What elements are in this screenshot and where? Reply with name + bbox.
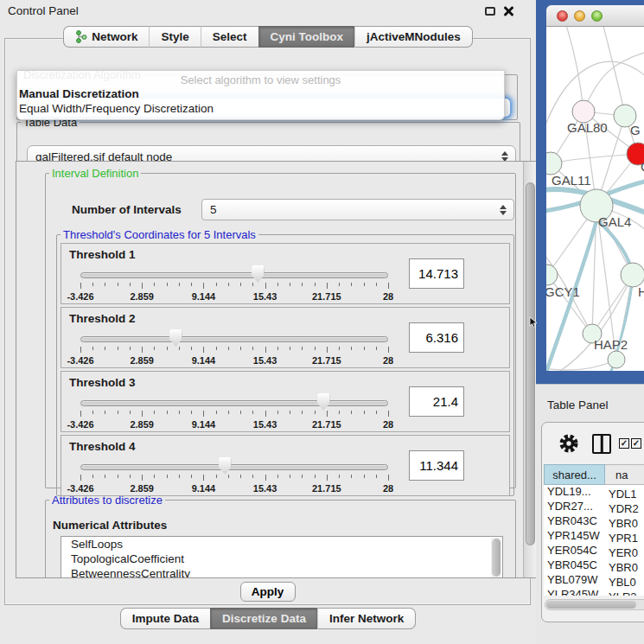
split-columns-icon[interactable]: [592, 434, 611, 454]
attribute-item-selfloops[interactable]: SelfLoops: [61, 537, 502, 552]
table-row[interactable]: YDR27...YDR2: [544, 500, 644, 514]
node-label: GAL80: [567, 120, 608, 135]
numerical-attributes-list[interactable]: SelfLoopsTopologicalCoefficientBetweenne…: [61, 536, 503, 578]
cell-name: YPR1: [603, 532, 638, 545]
cell-name: YDL1: [603, 488, 637, 501]
cell-shared: YER054C: [544, 544, 603, 557]
slider-thumb[interactable]: [252, 265, 265, 283]
tab-infer-network[interactable]: Infer Network: [317, 608, 416, 629]
checkbox-icon[interactable]: ✓: [619, 438, 629, 449]
tab-select[interactable]: Select: [201, 26, 258, 48]
slider-thumb[interactable]: [169, 329, 182, 347]
threshold-value-input[interactable]: [409, 322, 464, 353]
number-of-intervals-select[interactable]: 5: [201, 199, 514, 220]
stepper-arrows-icon: [500, 205, 507, 215]
tab-discretize-data[interactable]: Discretize Data: [210, 608, 317, 629]
cell-shared: YDR27...: [544, 500, 603, 513]
gear-icon[interactable]: [558, 433, 579, 454]
node-label: G: [630, 123, 641, 137]
network-node[interactable]: [608, 351, 625, 368]
bottom-tab-bar: Impute DataDiscretize DataInfer Network: [0, 608, 536, 629]
tab-label: Infer Network: [329, 612, 404, 625]
cyni-toolbox-panel: Discretization Algorithm Table Data galF…: [4, 38, 531, 605]
network-node-gcy1[interactable]: [546, 265, 558, 285]
table-row[interactable]: YBR043CYBR0: [544, 514, 644, 529]
tab-jactivemnodules[interactable]: jActiveMNodules: [354, 26, 473, 48]
network-edge: [565, 27, 583, 112]
algorithm-option-manual-discretization[interactable]: Manual Discretization: [17, 86, 504, 101]
slider-tick-labels: -3.4262.8599.14415.4321.71528: [80, 355, 388, 367]
cell-name: YBR0: [603, 517, 638, 530]
threshold-value-input[interactable]: [409, 258, 464, 289]
slider-thumb[interactable]: [317, 393, 330, 411]
attributes-scrollbar[interactable]: [491, 538, 501, 578]
tab-impute-data[interactable]: Impute Data: [120, 608, 210, 629]
thresholds-group: Threshold's Coordinates for 5 Intervals …: [56, 228, 514, 496]
horizontal-scrollbar[interactable]: [545, 599, 644, 610]
slider-tick-labels: -3.4262.8599.14415.4321.71528: [80, 291, 388, 303]
algorithm-option-equal-width-frequency-discretization[interactable]: Equal Width/Frequency Discretization: [17, 101, 504, 116]
scrollbar-thumb[interactable]: [546, 601, 636, 609]
table-row[interactable]: YER054CYER0: [544, 544, 644, 558]
network-edge: [603, 27, 625, 116]
table-row[interactable]: YBR045CYBR0: [544, 558, 644, 573]
cell-shared: YBL079W: [544, 573, 603, 586]
close-traffic-light-icon[interactable]: [557, 10, 568, 22]
control-panel: Control Panel NetworkStyleSelectCyni Too…: [0, 0, 536, 644]
slider-thumb[interactable]: [219, 457, 232, 475]
network-node-h[interactable]: [621, 263, 644, 287]
cell-name: YBR0: [603, 561, 638, 574]
table-row[interactable]: YLR345WYLR3: [544, 588, 644, 596]
cell-shared: YPR145W: [544, 529, 603, 542]
cell-name: YER0: [603, 546, 638, 559]
cell-name: YLR3: [603, 590, 637, 596]
table-data-group: Table Data galFiltered.sif default node: [16, 116, 520, 163]
checkbox-icon[interactable]: ✓: [631, 438, 641, 449]
float-window-icon[interactable]: [485, 7, 495, 16]
network-canvas[interactable]: GAL80GCGAL11GAL4GCY1HHAP2: [546, 27, 644, 371]
algorithm-dropdown-popup: Select algorithm to view settings Manual…: [16, 70, 505, 120]
scrollbar-thumb[interactable]: [526, 182, 535, 545]
tab-label: jActiveMNodules: [367, 30, 461, 43]
table-panel: Table Panel ✓ ✓ shared... na YDL19...YDL…: [536, 384, 644, 644]
threshold-slider[interactable]: -3.4262.8599.14415.4321.71528: [80, 328, 388, 368]
network-edge: [546, 360, 616, 370]
zoom-traffic-light-icon[interactable]: [591, 10, 603, 22]
thresholds-legend: Threshold's Coordinates for 5 Intervals: [61, 228, 258, 241]
node-label: C: [641, 159, 644, 174]
cell-shared: YBR043C: [544, 514, 603, 527]
threshold-value-input[interactable]: [409, 450, 464, 481]
threshold-slider[interactable]: -3.4262.8599.14415.4321.71528: [80, 456, 388, 496]
tab-label: Select: [213, 30, 247, 43]
column-header-name[interactable]: na: [605, 464, 644, 485]
threshold-value-input[interactable]: [409, 386, 464, 417]
network-view-window: GAL80GCGAL11GAL4GCY1HHAP2: [536, 0, 644, 384]
interval-definition-legend: Interval Definition: [49, 167, 141, 180]
table-row[interactable]: YBL079WYBL0: [544, 573, 644, 588]
apply-button[interactable]: Apply: [240, 582, 296, 602]
node-label: H: [638, 284, 644, 299]
settings-scrollpane: Interval Definition Number of Intervals …: [16, 161, 538, 578]
threshold-slider[interactable]: -3.4262.8599.14415.4321.71528: [80, 265, 388, 304]
threshold-list: Threshold 1-3.4262.8599.14415.4321.71528…: [57, 243, 513, 496]
close-icon[interactable]: [503, 6, 513, 16]
column-header-shared[interactable]: shared...: [544, 464, 605, 485]
window-title: Control Panel: [8, 4, 79, 17]
cell-name: YBL0: [603, 576, 636, 589]
threshold-slider[interactable]: -3.4262.8599.14415.4321.71528: [80, 392, 388, 432]
table-row[interactable]: YPR145WYPR1: [544, 529, 644, 544]
number-of-intervals-label: Number of Intervals: [72, 203, 182, 216]
algorithm-popup-hint: Select algorithm to view settings: [17, 71, 504, 86]
tab-cyni-toolbox[interactable]: Cyni Toolbox: [258, 26, 355, 48]
tab-network[interactable]: Network: [63, 26, 149, 48]
tab-style[interactable]: Style: [149, 26, 200, 48]
minimize-traffic-light-icon[interactable]: [574, 10, 585, 22]
table-row[interactable]: YDL19...YDL1: [544, 485, 644, 500]
vertical-scrollbar[interactable]: [523, 162, 537, 577]
network-window-titlebar[interactable]: [546, 5, 644, 27]
node-label: GCY1: [546, 284, 580, 299]
attribute-item-topologicalcoefficient[interactable]: TopologicalCoefficient: [61, 552, 502, 566]
table-rows: YDL19...YDL1YDR27...YDR2YBR043CYBR0YPR14…: [544, 485, 644, 596]
threshold-panel-4: Threshold 4-3.4262.8599.14415.4321.71528: [61, 435, 510, 496]
attribute-item-betweennesscentrality[interactable]: BetweennessCentrality: [61, 566, 502, 578]
